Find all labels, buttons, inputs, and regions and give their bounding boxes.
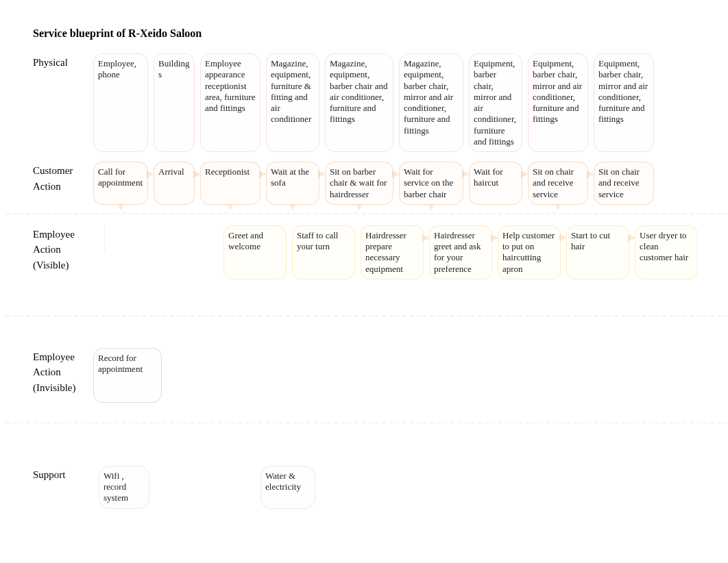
customer-cell: Call for appointment ▶ ▼ [93, 162, 148, 205]
support-cell: Wifi , record system [99, 466, 149, 509]
support-cells: Wifi , record system Water & electricity [99, 466, 721, 509]
physical-cell: Equipment, barber chair, mirror and air … [469, 53, 522, 152]
customer-cell: Sit on barber chair & wait for hairdress… [325, 162, 393, 205]
blueprint-container: Service blueprint of R-Xeido Saloon Phys… [0, 0, 728, 523]
row-label-invisible: Employee Action (Invisible) [33, 348, 93, 396]
visible-cell: User dryer to clean customer hair [635, 225, 698, 279]
visible-cell: Hairdresser prepare necessary equipment … [361, 225, 424, 279]
row-invisible: Employee Action (Invisible) Record for a… [33, 348, 721, 403]
row-label-visible: Employee Action (Visible) [33, 225, 93, 273]
visible-cell: Hairdresser greet and ask for your prefe… [429, 225, 492, 279]
customer-cells: Call for appointment ▶ ▼ Arrival ▶ Recep… [93, 162, 721, 205]
arrow-down-icon: ▼ [288, 201, 298, 214]
support-cell: Water & electricity [260, 466, 315, 509]
customer-cell: Sit on chair and receive service [594, 162, 654, 205]
visible-cell: Greet and welcome [223, 225, 287, 279]
physical-cell: Equipment, barber chair, mirror and air … [528, 53, 588, 152]
row-label-support: Support [33, 466, 93, 483]
divider-line-3 [5, 422, 728, 426]
visible-cell: Staff to call your turn [292, 225, 355, 279]
visible-cell: Help customer to put on haircutting apro… [498, 225, 561, 279]
physical-cell: Employee, phone [93, 53, 148, 152]
physical-cell: Magazine, equipment, barber chair, mirro… [399, 53, 463, 152]
physical-cell: Buildings [154, 53, 195, 152]
customer-cell: Wait at the sofa ▶ ▼ [266, 162, 319, 205]
row-support: Support Wifi , record system Water & ele… [33, 466, 721, 509]
physical-cell: Magazine, equipment, furniture & fitting… [266, 53, 319, 152]
customer-cell: Arrival ▶ [154, 162, 195, 205]
customer-cell: Wait for haircut ▶ [469, 162, 522, 205]
page-title: Service blueprint of R-Xeido Saloon [33, 27, 721, 40]
arrow-down-icon: ▼ [553, 201, 563, 214]
customer-cell: Sit on chair and receive service ▶ ▼ [528, 162, 588, 205]
invisible-cell: Record for appointment [93, 348, 162, 403]
arrow-down-icon: ▼ [116, 201, 125, 214]
arrow-down-icon: ▼ [354, 201, 364, 214]
arrow-down-icon: ▼ [426, 201, 436, 214]
divider-line-2 [5, 315, 728, 319]
row-label-customer: Customer Action [33, 162, 93, 194]
row-physical: Physical Employee, phone Buildings Emplo… [33, 53, 721, 152]
visible-cell: Start to cut hair ▶ [566, 225, 629, 279]
physical-cell: Magazine, equipment, barber chair and ai… [325, 53, 393, 152]
connector-line [104, 225, 123, 251]
divider-line-1 [5, 213, 728, 217]
physical-cells: Employee, phone Buildings Employee appea… [93, 53, 721, 152]
row-visible: Employee Action (Visible) Greet and welc… [33, 225, 721, 279]
row-label-physical: Physical [33, 53, 93, 71]
visible-cells: Greet and welcome Staff to call your tur… [100, 225, 721, 279]
physical-cell: Employee appearance receptionist area, f… [200, 53, 260, 152]
arrow-down-icon: ▼ [226, 201, 235, 214]
customer-cell: Wait for service on the barber chair ▶ ▼ [399, 162, 463, 205]
invisible-cells: Record for appointment [93, 348, 721, 403]
row-customer: Customer Action Call for appointment ▶ ▼… [33, 162, 721, 205]
physical-cell: Equipment, barber chair, mirror and air … [594, 53, 654, 152]
customer-cell: Receptionist ▶ ▼ [200, 162, 260, 205]
